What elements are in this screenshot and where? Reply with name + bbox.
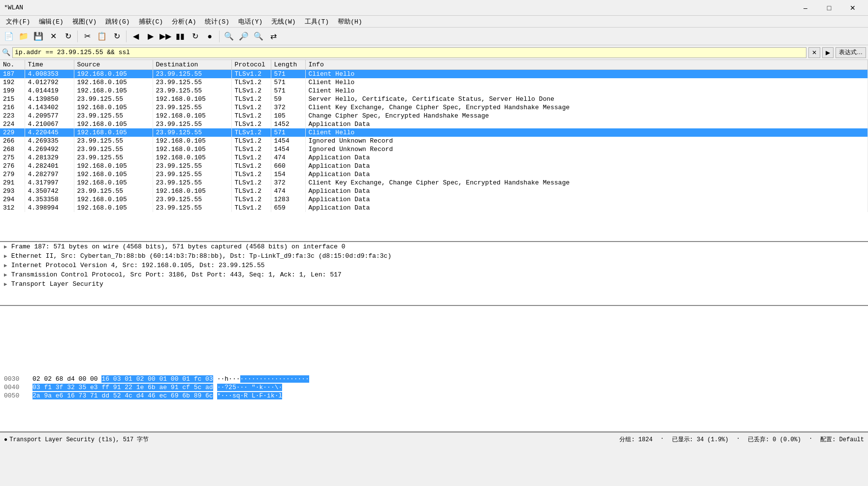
detail-text: Frame 187: 571 bytes on wire (4568 bits)…: [11, 243, 346, 250]
table-row[interactable]: 2764.282401192.168.0.10523.99.125.55TLSv…: [0, 162, 868, 170]
table-cell: Application Data: [305, 204, 868, 212]
toolbar-go[interactable]: ▶▶: [159, 30, 172, 43]
toolbar-save[interactable]: 💾: [32, 30, 45, 43]
menu-item-w[interactable]: 无线(W): [267, 16, 299, 27]
table-row[interactable]: 1924.012792192.168.0.10523.99.125.55TLSv…: [0, 78, 868, 87]
packet-list[interactable]: No. Time Source Destination Protocol Len…: [0, 60, 868, 242]
toolbar-expand[interactable]: ⇄: [266, 30, 280, 43]
toolbar-cut[interactable]: ✂: [80, 30, 94, 43]
col-header-length[interactable]: Length: [271, 60, 305, 70]
toolbar-close[interactable]: ✕: [46, 30, 60, 43]
toolbar-forward[interactable]: ▶: [144, 30, 158, 43]
filter-clear[interactable]: ✕: [808, 47, 820, 58]
toolbar-copy[interactable]: 📋: [95, 30, 109, 43]
table-row[interactable]: 1994.014419192.168.0.10523.99.125.55TLSv…: [0, 87, 868, 95]
table-cell: Client Hello: [305, 87, 868, 95]
filter-input[interactable]: [12, 47, 806, 58]
toolbar-open[interactable]: 📁: [17, 30, 31, 43]
toolbar-restart[interactable]: ↻: [188, 30, 202, 43]
col-header-destination[interactable]: Destination: [153, 60, 231, 70]
menu-item-e[interactable]: 编辑(E): [35, 16, 67, 27]
table-cell: 279: [0, 170, 25, 179]
hex-ascii: *···sq·R L·F·ik·l: [217, 392, 283, 399]
table-cell: 224: [0, 120, 25, 128]
toolbar-zoom-reset[interactable]: 🔍: [252, 30, 265, 43]
table-cell: Client Hello: [305, 70, 868, 79]
table-cell: TLSv1.2: [231, 179, 271, 187]
table-cell: 474: [271, 153, 305, 162]
detail-row[interactable]: ▶Transport Layer Security: [0, 279, 868, 289]
menu-item-g[interactable]: 跳转(G): [101, 16, 133, 27]
toolbar-new[interactable]: 📄: [2, 30, 16, 43]
table-cell: 23.99.125.55: [153, 204, 231, 212]
table-cell: 23.99.125.55: [153, 103, 231, 112]
table-cell: Ignored Unknown Record: [305, 137, 868, 145]
col-header-no[interactable]: No.: [0, 60, 25, 70]
table-row[interactable]: 2244.210067192.168.0.10523.99.125.55TLSv…: [0, 120, 868, 128]
status-sep1: ·: [660, 435, 664, 444]
menu-item-s[interactable]: 统计(S): [201, 16, 233, 27]
table-row[interactable]: 2934.35074223.99.125.55192.168.0.105TLSv…: [0, 187, 868, 195]
toolbar-back[interactable]: ◀: [129, 30, 143, 43]
table-row[interactable]: 2794.282797192.168.0.10523.99.125.55TLSv…: [0, 170, 868, 179]
detail-text: Transport Layer Security: [11, 280, 103, 288]
col-header-protocol[interactable]: Protocol: [231, 60, 271, 70]
table-row[interactable]: 2944.353358192.168.0.10523.99.125.55TLSv…: [0, 195, 868, 204]
table-cell: 4.269492: [25, 145, 74, 153]
table-cell: 571: [271, 78, 305, 87]
menu-item-f[interactable]: 文件(F): [2, 16, 34, 27]
hex-panel: 003002 02 68 d4 00 00 16 03 01 02 00 01 …: [0, 373, 868, 431]
table-row[interactable]: 2664.26933523.99.125.55192.168.0.105TLSv…: [0, 137, 868, 145]
toolbar-zoom-in[interactable]: 🔍: [222, 30, 236, 43]
table-cell: 659: [271, 204, 305, 212]
table-cell: 192.168.0.105: [74, 87, 153, 95]
table-row[interactable]: 2754.28132923.99.125.55192.168.0.105TLSv…: [0, 153, 868, 162]
menu-item-a[interactable]: 分析(A): [168, 16, 200, 27]
hex-ascii: ··?25··· "·k···\·: [217, 384, 283, 391]
status-icon: ●: [4, 436, 7, 443]
table-row[interactable]: 2294.220445192.168.0.10523.99.125.55TLSv…: [0, 128, 868, 137]
table-row[interactable]: 3124.398994192.168.0.10523.99.125.55TLSv…: [0, 204, 868, 212]
table-row[interactable]: 2164.143402192.168.0.10523.99.125.55TLSv…: [0, 103, 868, 112]
menu-item-y[interactable]: 电话(Y): [234, 16, 266, 27]
table-cell: 4.353358: [25, 195, 74, 204]
toolbar-zoom-out[interactable]: 🔎: [237, 30, 251, 43]
detail-row[interactable]: ▶Transmission Control Protocol, Src Port…: [0, 270, 868, 279]
col-header-info[interactable]: Info: [305, 60, 868, 70]
filter-bookmark[interactable]: ▶: [822, 47, 834, 58]
table-cell: 571: [271, 87, 305, 95]
table-row[interactable]: 2154.13985023.99.125.55192.168.0.105TLSv…: [0, 95, 868, 103]
table-cell: Client Hello: [305, 128, 868, 137]
close-button[interactable]: ✕: [841, 1, 864, 15]
menu-item-c[interactable]: 捕获(C): [135, 16, 167, 27]
detail-row[interactable]: ▶Internet Protocol Version 4, Src: 192.1…: [0, 261, 868, 270]
table-row[interactable]: 1874.008353192.168.0.10523.99.125.55TLSv…: [0, 70, 868, 79]
hex-ascii-highlight: ··?25··· "·k···\·: [217, 384, 283, 391]
table-row[interactable]: 2234.20957723.99.125.55192.168.0.105TLSv…: [0, 112, 868, 120]
table-cell: 23.99.125.55: [74, 187, 153, 195]
table-cell: 23.99.125.55: [74, 95, 153, 103]
table-cell: Application Data: [305, 120, 868, 128]
toolbar-refresh[interactable]: ↻: [110, 30, 124, 43]
toolbar-capture[interactable]: ●: [203, 30, 217, 43]
table-row[interactable]: 2684.26949223.99.125.55192.168.0.105TLSv…: [0, 145, 868, 153]
table-cell: 291: [0, 179, 25, 187]
table-cell: 23.99.125.55: [153, 179, 231, 187]
table-row[interactable]: 2914.317997192.168.0.10523.99.125.55TLSv…: [0, 179, 868, 187]
detail-row[interactable]: ▶Ethernet II, Src: Cybertan_7b:88:bb (60…: [0, 251, 868, 261]
col-header-source[interactable]: Source: [74, 60, 153, 70]
detail-text: Internet Protocol Version 4, Src: 192.16…: [11, 262, 265, 269]
menu-item-h[interactable]: 帮助(H): [334, 16, 366, 27]
table-cell: 1452: [271, 120, 305, 128]
minimize-button[interactable]: –: [794, 1, 817, 15]
table-cell: TLSv1.2: [231, 103, 271, 112]
toolbar-reload[interactable]: ↻: [61, 30, 75, 43]
col-header-time[interactable]: Time: [25, 60, 74, 70]
maximize-button[interactable]: □: [818, 1, 840, 15]
table-cell: 4.350742: [25, 187, 74, 195]
filter-expression[interactable]: 表达式…: [836, 47, 866, 58]
menu-item-v[interactable]: 视图(V): [68, 16, 100, 27]
detail-row[interactable]: ▶Frame 187: 571 bytes on wire (4568 bits…: [0, 242, 868, 251]
toolbar-stop[interactable]: ▮▮: [173, 30, 187, 43]
menu-item-t[interactable]: 工具(T): [301, 16, 333, 27]
